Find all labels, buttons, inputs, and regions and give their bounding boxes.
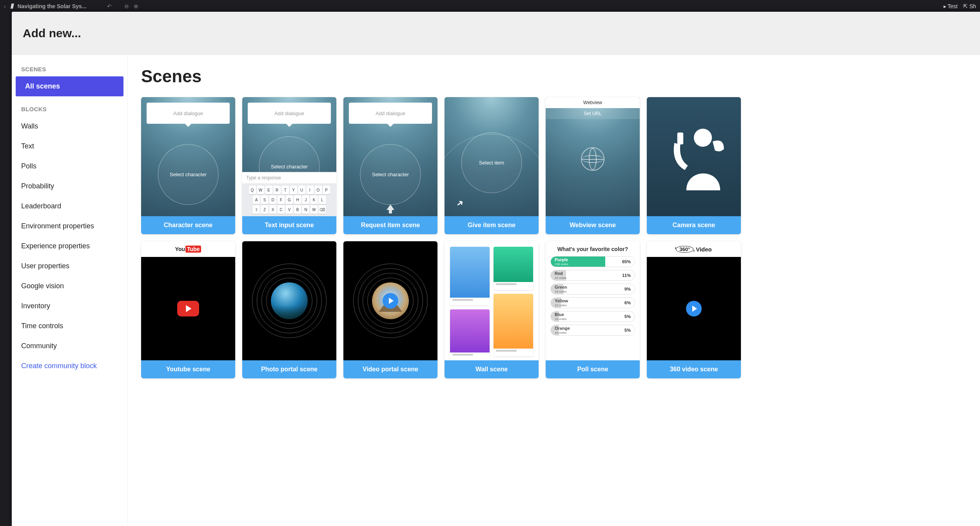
scene-card-title: 360 video scene [647,360,741,378]
scene-card-title: Camera scene [647,216,741,234]
sidebar-item-leaderboard[interactable]: Leaderboard [12,196,127,216]
set-url-bar: Set URL [546,108,640,119]
poll-option: Yellow12 votes6% [550,297,635,308]
dialogue-placeholder: Add dialogue [349,103,432,124]
sidebar-item-inventory[interactable]: Inventory [12,296,127,316]
keyboard-key: X [269,205,276,214]
keyboard-key: E [265,186,272,194]
scene-card-title: Photo portal scene [242,360,336,378]
scene-card-text-input[interactable]: Add dialogue Select character Type a res… [242,97,336,234]
share-button[interactable]: ⇱ Sh [963,3,976,9]
keyboard-key: H [294,195,301,204]
scene-card-photo-portal[interactable]: Photo portal scene [242,241,336,378]
test-button[interactable]: ▸ Test [944,3,958,9]
keyboard-key: Z [261,205,268,214]
poll-option: Orange10 votes5% [550,325,635,336]
keyboard-key: Y [290,186,297,194]
scene-card-title: Video portal scene [343,360,437,378]
keyboard-key: V [286,205,293,214]
scene-card-title: Wall scene [445,360,539,378]
sidebar-item-all-scenes[interactable]: All scenes [16,76,123,96]
modal-title: Add new... [23,27,81,40]
sidebar-group-scenes: SCENES [12,62,127,76]
keyboard-key: L [319,195,326,204]
poll-option: Blue10 votes5% [550,311,635,322]
logo-icon: /// [11,2,13,11]
scene-card-title: Character scene [141,216,235,234]
sidebar: SCENES All scenes BLOCKS WallsTextPollsP… [12,55,128,526]
scene-card-video-portal[interactable]: Video portal scene [343,241,437,378]
keyboard-key: K [310,195,318,204]
modal-header: Add new... [12,12,980,55]
scene-card-character[interactable]: Add dialogue Select character Character … [141,97,235,234]
sidebar-item-text[interactable]: Text [12,136,127,156]
keyboard-key: D [269,195,276,204]
zoom-out-icon[interactable]: ⊖ [124,3,129,9]
keyboard-key: J [302,195,309,204]
zoom-in-icon[interactable]: ⊕ [134,3,138,9]
back-icon[interactable]: ‹ [4,3,6,9]
play-icon [686,301,702,316]
scene-card-webview[interactable]: Webview Set URL Webview scene [546,97,640,234]
keyboard-key: M [310,205,318,214]
dialogue-placeholder: Add dialogue [248,103,331,124]
keyboard-key: O [315,186,322,194]
camera-selfie-icon [647,97,741,216]
keyboard-key: ⇧ [253,205,260,214]
keyboard-key: U [298,186,305,194]
keyboard-mock: Type a response QWERTYUIOPASDFGHJKL⇧ZXCV… [242,172,336,216]
sidebar-item-community[interactable]: Community [12,336,127,356]
scene-card-camera[interactable]: Camera scene [647,97,741,234]
scene-card-grid: Add dialogue Select character Character … [141,97,967,378]
sidebar-item-probability[interactable]: Probability [12,176,127,196]
youtube-play-icon [177,301,199,316]
keyboard-key: F [278,195,285,204]
keyboard-key: T [282,186,289,194]
svg-point-0 [694,129,712,147]
scene-card-title: Request item scene [343,216,437,234]
scene-card-poll[interactable]: What's your favorite color? Purple130 vo… [546,241,640,378]
sidebar-item-experience-properties[interactable]: Experience properties [12,236,127,256]
keyboard-key: Q [249,186,256,194]
sidebar-item-google-vision[interactable]: Google vision [12,276,127,296]
portal-rings-icon [353,264,428,338]
portal-rings-icon [252,264,327,338]
sidebar-group-blocks: BLOCKS [12,102,127,116]
webview-label: Webview [546,97,640,108]
undo-icon[interactable]: ↶ [107,3,112,9]
keyboard-key: S [261,195,268,204]
scene-card-360-video[interactable]: 360°Video 360 video scene [647,241,741,378]
scene-card-youtube[interactable]: YouTube Youtube scene [141,241,235,378]
wall-tiles [445,241,539,360]
up-arrow-icon [387,204,394,210]
poll-option: Red22 votes11% [550,270,635,281]
scene-card-title: Give item scene [445,216,539,234]
keyboard-key: C [278,205,285,214]
keyboard-key: R [274,186,281,194]
sidebar-item-user-properties[interactable]: User properties [12,256,127,276]
scene-card-title: Text input scene [242,216,336,234]
sidebar-item-time-controls[interactable]: Time controls [12,316,127,336]
project-title: Navigating the Solar Sys... [18,3,87,9]
main-content: Scenes Add dialogue Select character Cha… [128,55,980,526]
scene-card-give-item[interactable]: Select item ➜ Give item scene [445,97,539,234]
keyboard-key: B [294,205,301,214]
keyboard-key: G [286,195,293,204]
v360-label: 360°Video [647,241,741,257]
keyboard-key: I [307,186,314,194]
app-shell: ‹ /// Navigating the Solar Sys... ↶ ⊖ ⊕ … [0,0,980,526]
keyboard-key: P [323,186,330,194]
poll-option: Purple130 votes65% [550,256,635,267]
scene-card-request-item[interactable]: Add dialogue Select character Request it… [343,97,437,234]
sidebar-item-environment-properties[interactable]: Environment properties [12,216,127,236]
sidebar-item-polls[interactable]: Polls [12,156,127,176]
sidebar-create-community-block[interactable]: Create community block [12,356,127,376]
scene-card-title: Webview scene [546,216,640,234]
select-character-circle: Select character [158,144,219,205]
poll-preview: What's your favorite color? Purple130 vo… [546,241,640,360]
scene-card-title: Poll scene [546,360,640,378]
poll-option: Green18 votes9% [550,284,635,295]
main-heading: Scenes [141,67,967,86]
sidebar-item-walls[interactable]: Walls [12,116,127,136]
scene-card-wall[interactable]: Wall scene [445,241,539,378]
